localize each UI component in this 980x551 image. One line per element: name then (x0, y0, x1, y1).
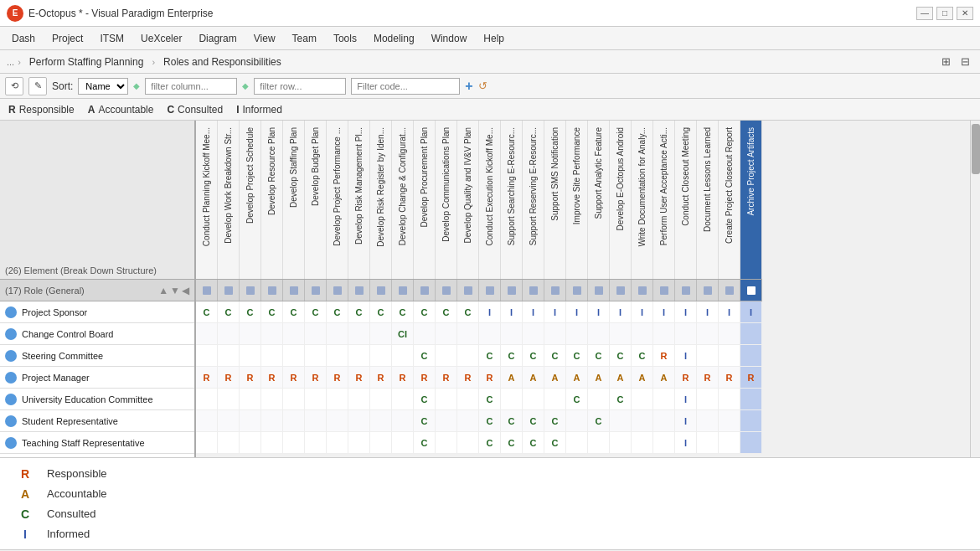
data-cell[interactable]: C (544, 345, 566, 366)
data-cell[interactable]: A (632, 367, 653, 388)
data-cell[interactable] (719, 389, 740, 409)
data-cell[interactable] (675, 323, 697, 344)
data-cell[interactable]: C (566, 345, 588, 366)
data-cell[interactable]: I (675, 389, 697, 409)
col-header[interactable]: Support Analytic Feature (588, 121, 610, 279)
data-cell[interactable]: C (523, 410, 544, 431)
data-cell[interactable] (632, 323, 653, 344)
data-cell[interactable]: I (740, 301, 762, 322)
data-cell[interactable] (196, 389, 218, 409)
data-cell[interactable]: C (218, 301, 240, 322)
col-header[interactable]: Write Documentation for Analy... (632, 121, 653, 279)
data-cell[interactable]: C (523, 345, 544, 366)
data-cell[interactable] (370, 345, 392, 366)
data-cell[interactable]: I (610, 301, 632, 322)
data-cell[interactable] (610, 323, 632, 344)
data-cell[interactable] (610, 410, 632, 431)
data-cell[interactable]: C (392, 301, 414, 322)
data-cell[interactable]: C (196, 301, 218, 322)
data-cell[interactable] (457, 432, 479, 453)
data-cell[interactable]: R (436, 367, 457, 388)
menu-item-team[interactable]: Team (284, 29, 325, 48)
role-row[interactable]: Student Representative (0, 410, 194, 432)
role-row[interactable]: University Education Committee (0, 389, 194, 410)
data-cell[interactable] (261, 432, 283, 453)
data-cell[interactable] (348, 432, 370, 453)
data-cell[interactable]: C (479, 389, 501, 409)
data-cell[interactable] (305, 323, 327, 344)
data-cell[interactable]: A (566, 367, 588, 388)
data-cell[interactable]: R (327, 367, 348, 388)
data-cell[interactable] (370, 323, 392, 344)
data-cell[interactable] (719, 410, 740, 431)
data-cell[interactable] (392, 345, 414, 366)
data-cell[interactable] (436, 323, 457, 344)
data-cell[interactable] (240, 389, 261, 409)
data-cell[interactable] (218, 410, 240, 431)
data-cell[interactable]: R (414, 367, 436, 388)
data-cell[interactable]: C (370, 301, 392, 322)
col-header[interactable]: Support Reserving E-Resourc... (523, 121, 544, 279)
data-cell[interactable]: C (588, 410, 610, 431)
data-cell[interactable] (327, 432, 348, 453)
data-cell[interactable] (740, 432, 762, 453)
data-cell[interactable]: C (544, 410, 566, 431)
col-header[interactable]: Develop Staffing Plan (283, 121, 305, 279)
data-cell[interactable]: I (719, 301, 740, 322)
data-cell[interactable] (653, 432, 675, 453)
data-cell[interactable] (392, 410, 414, 431)
data-cell[interactable]: CI (392, 323, 414, 344)
data-cell[interactable]: R (653, 345, 675, 366)
data-cell[interactable] (588, 323, 610, 344)
data-cell[interactable] (218, 345, 240, 366)
data-cell[interactable] (305, 410, 327, 431)
breadcrumb-roles[interactable]: Roles and Responsibilities (158, 54, 286, 70)
data-cell[interactable] (479, 323, 501, 344)
data-cell[interactable]: C (632, 345, 653, 366)
data-cell[interactable] (305, 345, 327, 366)
role-row[interactable]: Project Manager (0, 367, 194, 389)
menu-item-uexceler[interactable]: UeXceler (132, 29, 190, 48)
data-cell[interactable] (305, 389, 327, 409)
data-cell[interactable]: I (566, 301, 588, 322)
sort-down-button[interactable]: ▼ (170, 285, 180, 296)
data-cell[interactable]: C (588, 345, 610, 366)
data-cell[interactable] (196, 410, 218, 431)
data-cell[interactable] (501, 389, 523, 409)
data-cell[interactable]: I (523, 301, 544, 322)
role-row[interactable]: Steering Committee (0, 345, 194, 367)
data-cell[interactable] (740, 345, 762, 366)
data-cell[interactable] (719, 345, 740, 366)
toolbar-back-button[interactable]: ⟲ (5, 77, 23, 95)
col-header[interactable]: Develop Work Breakdown Str... (218, 121, 240, 279)
breadcrumb-icon-grid[interactable]: ⊞ (938, 54, 954, 70)
data-cell[interactable] (719, 432, 740, 453)
col-header[interactable]: Conduct Planning Kickoff Mee... (196, 121, 218, 279)
data-cell[interactable] (348, 323, 370, 344)
data-cell[interactable] (370, 432, 392, 453)
filter-row-input[interactable] (254, 78, 346, 95)
data-cell[interactable] (457, 345, 479, 366)
data-cell[interactable] (196, 323, 218, 344)
data-cell[interactable]: A (653, 367, 675, 388)
data-cell[interactable]: C (479, 432, 501, 453)
data-cell[interactable]: R (719, 367, 740, 388)
data-cell[interactable] (436, 432, 457, 453)
role-row[interactable]: Change Control Board (0, 323, 194, 345)
data-cell[interactable] (632, 432, 653, 453)
data-cell[interactable]: C (348, 301, 370, 322)
data-cell[interactable] (283, 432, 305, 453)
data-cell[interactable]: C (501, 432, 523, 453)
data-cell[interactable]: C (544, 432, 566, 453)
data-cell[interactable]: R (305, 367, 327, 388)
data-cell[interactable] (327, 389, 348, 409)
menu-item-view[interactable]: View (245, 29, 284, 48)
data-cell[interactable] (740, 323, 762, 344)
data-cell[interactable] (501, 323, 523, 344)
data-cell[interactable] (544, 323, 566, 344)
data-cell[interactable] (740, 410, 762, 431)
breadcrumb-icon-list[interactable]: ⊟ (957, 54, 973, 70)
data-cell[interactable]: I (588, 301, 610, 322)
data-cell[interactable]: C (414, 345, 436, 366)
col-header[interactable]: Conduct Closeout Meeting (675, 121, 697, 279)
